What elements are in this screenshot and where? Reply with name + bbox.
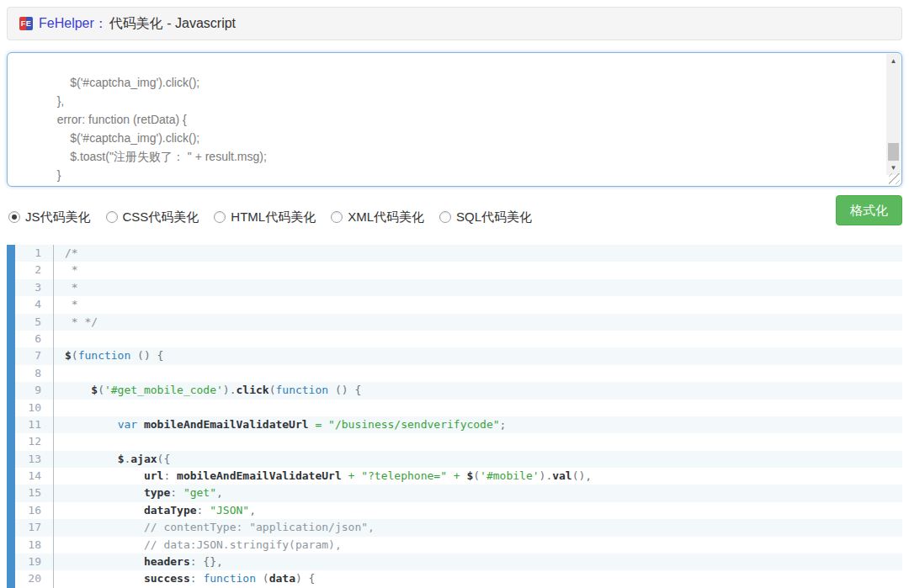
- beautify-options: JS代码美化CSS代码美化HTML代码美化XML代码美化SQL代码美化: [8, 202, 547, 232]
- code-line: 7$(function () {: [15, 347, 902, 364]
- code-line: 6: [15, 331, 902, 347]
- line-code: [54, 435, 65, 448]
- line-code: $('#get_mobile_code').click(function () …: [54, 384, 361, 396]
- line-code: url: mobileAndEmailValidateUrl + "?telep…: [54, 469, 592, 482]
- line-code: * */: [54, 315, 98, 328]
- code-line: 8: [15, 365, 902, 382]
- beautify-option[interactable]: HTML代码美化: [214, 209, 316, 225]
- source-code-input[interactable]: success: function (retData) { $('#captch…: [7, 52, 902, 187]
- line-code: /*: [54, 246, 78, 259]
- code-line: 20 success: function (data) {: [15, 570, 902, 587]
- code-line: 15 type: "get",: [15, 485, 902, 501]
- line-number: 19: [15, 554, 54, 570]
- line-code: headers: {},: [54, 555, 223, 568]
- line-number: 18: [15, 537, 54, 554]
- line-code: var mobileAndEmailValidateUrl = "/busine…: [54, 418, 506, 431]
- line-code: [54, 401, 65, 414]
- line-number: 4: [15, 296, 54, 313]
- beautify-option[interactable]: XML代码美化: [331, 209, 424, 225]
- code-line: 17 // contentType: "application/json",: [15, 519, 902, 536]
- header-bar: FE FeHelper： 代码美化 - Javascript: [7, 7, 902, 40]
- brand-name: FeHelper：: [39, 15, 108, 33]
- line-number: 13: [15, 451, 54, 468]
- line-number: 7: [15, 347, 54, 364]
- resize-grip-icon[interactable]: [889, 173, 900, 184]
- line-code: // contentType: "application/json",: [54, 521, 375, 533]
- format-button[interactable]: 格式化: [836, 195, 902, 225]
- line-number: 2: [15, 262, 54, 278]
- line-code: type: "get",: [54, 486, 223, 499]
- line-number: 11: [15, 416, 54, 433]
- editor-scrollbar[interactable]: ▲ ▼: [886, 54, 901, 175]
- panel-accent-bar: [7, 245, 15, 588]
- line-code: [54, 367, 65, 379]
- radio-icon[interactable]: [214, 211, 226, 223]
- line-code: *: [54, 263, 78, 276]
- line-number: 9: [15, 382, 54, 399]
- line-number: 17: [15, 519, 54, 536]
- line-number: 16: [15, 502, 54, 519]
- line-code: *: [54, 281, 78, 294]
- line-number: 5: [15, 314, 54, 331]
- line-code: $(function () {: [54, 349, 163, 362]
- result-code-panel: 1/*2 *3 *4 *5 * */67$(function () {89 $(…: [7, 245, 902, 588]
- line-code: dataType: "JSON",: [54, 504, 256, 516]
- line-number: 6: [15, 331, 54, 347]
- option-label[interactable]: XML代码美化: [348, 209, 424, 225]
- code-line: 3 *: [15, 279, 902, 296]
- option-label[interactable]: HTML代码美化: [231, 209, 316, 225]
- source-code-text: success: function (retData) { $('#captch…: [18, 52, 267, 187]
- option-label[interactable]: CSS代码美化: [123, 209, 199, 225]
- code-line: 12: [15, 433, 902, 450]
- radio-icon[interactable]: [106, 211, 118, 223]
- line-code: $.ajax({: [54, 453, 170, 465]
- line-number: 10: [15, 400, 54, 416]
- code-line: 1/*: [15, 245, 902, 262]
- radio-selected-icon[interactable]: [8, 211, 20, 223]
- code-line: 16 dataType: "JSON",: [15, 502, 902, 519]
- code-line: 4 *: [15, 296, 902, 313]
- option-label[interactable]: SQL代码美化: [456, 209, 532, 225]
- radio-icon[interactable]: [331, 211, 343, 223]
- code-line: 18 // data:JSON.stringify(param),: [15, 537, 902, 554]
- code-line: 14 url: mobileAndEmailValidateUrl + "?te…: [15, 468, 902, 485]
- scroll-up-icon[interactable]: ▲: [886, 54, 901, 68]
- code-line: 5 * */: [15, 314, 902, 331]
- code-line: 9 $('#get_mobile_code').click(function (…: [15, 382, 902, 399]
- radio-icon[interactable]: [439, 211, 451, 223]
- option-label[interactable]: JS代码美化: [25, 209, 91, 225]
- line-number: 3: [15, 279, 54, 296]
- line-code: [54, 332, 65, 345]
- line-number: 12: [15, 433, 54, 450]
- beautify-option[interactable]: CSS代码美化: [106, 209, 199, 225]
- fehelper-logo-icon: FE: [19, 17, 33, 30]
- code-line: 10: [15, 400, 902, 416]
- page-title: 代码美化 - Javascript: [109, 15, 236, 33]
- line-number: 8: [15, 365, 54, 382]
- beautify-option[interactable]: SQL代码美化: [439, 209, 532, 225]
- line-code: *: [54, 298, 78, 310]
- line-number: 1: [15, 245, 54, 262]
- code-line: 2 *: [15, 262, 902, 278]
- code-line: 13 $.ajax({: [15, 451, 902, 468]
- line-code: // data:JSON.stringify(param),: [54, 538, 342, 551]
- line-number: 15: [15, 485, 54, 501]
- line-code: success: function (data) {: [54, 572, 315, 585]
- code-rows: 1/*2 *3 *4 *5 * */67$(function () {89 $(…: [15, 245, 902, 588]
- beautify-option[interactable]: JS代码美化: [8, 209, 91, 225]
- code-line: 11 var mobileAndEmailValidateUrl = "/bus…: [15, 416, 902, 433]
- line-number: 20: [15, 570, 54, 587]
- code-line: 19 headers: {},: [15, 554, 902, 570]
- line-number: 14: [15, 468, 54, 485]
- scrollbar-thumb[interactable]: [888, 143, 899, 162]
